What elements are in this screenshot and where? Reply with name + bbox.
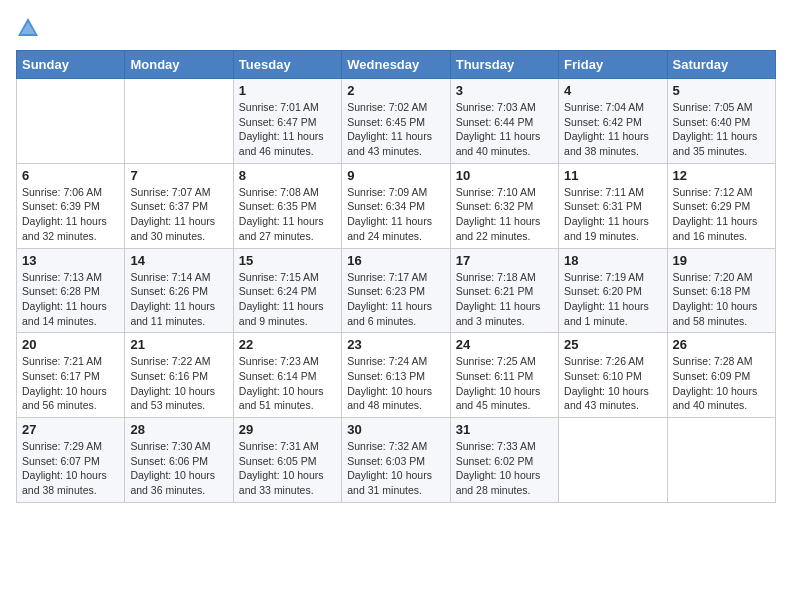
day-number: 30 [347, 422, 444, 437]
day-info: Sunrise: 7:30 AM Sunset: 6:06 PM Dayligh… [130, 439, 227, 498]
header-sunday: Sunday [17, 51, 125, 79]
calendar-week-row: 13Sunrise: 7:13 AM Sunset: 6:28 PM Dayli… [17, 248, 776, 333]
day-number: 28 [130, 422, 227, 437]
header-saturday: Saturday [667, 51, 775, 79]
logo [16, 16, 42, 40]
day-info: Sunrise: 7:29 AM Sunset: 6:07 PM Dayligh… [22, 439, 119, 498]
day-info: Sunrise: 7:28 AM Sunset: 6:09 PM Dayligh… [673, 354, 770, 413]
day-number: 20 [22, 337, 119, 352]
day-number: 5 [673, 83, 770, 98]
day-number: 4 [564, 83, 661, 98]
day-number: 10 [456, 168, 553, 183]
day-number: 3 [456, 83, 553, 98]
day-number: 18 [564, 253, 661, 268]
day-info: Sunrise: 7:21 AM Sunset: 6:17 PM Dayligh… [22, 354, 119, 413]
day-info: Sunrise: 7:20 AM Sunset: 6:18 PM Dayligh… [673, 270, 770, 329]
page-header [16, 16, 776, 40]
day-number: 31 [456, 422, 553, 437]
calendar-cell: 24Sunrise: 7:25 AM Sunset: 6:11 PM Dayli… [450, 333, 558, 418]
day-info: Sunrise: 7:01 AM Sunset: 6:47 PM Dayligh… [239, 100, 336, 159]
calendar-cell: 11Sunrise: 7:11 AM Sunset: 6:31 PM Dayli… [559, 163, 667, 248]
calendar-cell: 12Sunrise: 7:12 AM Sunset: 6:29 PM Dayli… [667, 163, 775, 248]
calendar-week-row: 27Sunrise: 7:29 AM Sunset: 6:07 PM Dayli… [17, 418, 776, 503]
day-number: 14 [130, 253, 227, 268]
day-info: Sunrise: 7:11 AM Sunset: 6:31 PM Dayligh… [564, 185, 661, 244]
day-number: 15 [239, 253, 336, 268]
day-number: 19 [673, 253, 770, 268]
header-tuesday: Tuesday [233, 51, 341, 79]
calendar-cell: 10Sunrise: 7:10 AM Sunset: 6:32 PM Dayli… [450, 163, 558, 248]
calendar-cell: 4Sunrise: 7:04 AM Sunset: 6:42 PM Daylig… [559, 79, 667, 164]
day-number: 16 [347, 253, 444, 268]
day-number: 6 [22, 168, 119, 183]
day-number: 11 [564, 168, 661, 183]
day-number: 9 [347, 168, 444, 183]
day-info: Sunrise: 7:26 AM Sunset: 6:10 PM Dayligh… [564, 354, 661, 413]
day-info: Sunrise: 7:05 AM Sunset: 6:40 PM Dayligh… [673, 100, 770, 159]
logo-icon [16, 16, 40, 40]
calendar-cell: 22Sunrise: 7:23 AM Sunset: 6:14 PM Dayli… [233, 333, 341, 418]
calendar-cell: 7Sunrise: 7:07 AM Sunset: 6:37 PM Daylig… [125, 163, 233, 248]
day-info: Sunrise: 7:14 AM Sunset: 6:26 PM Dayligh… [130, 270, 227, 329]
day-number: 1 [239, 83, 336, 98]
calendar-cell: 15Sunrise: 7:15 AM Sunset: 6:24 PM Dayli… [233, 248, 341, 333]
day-info: Sunrise: 7:25 AM Sunset: 6:11 PM Dayligh… [456, 354, 553, 413]
calendar-cell [125, 79, 233, 164]
calendar-cell: 13Sunrise: 7:13 AM Sunset: 6:28 PM Dayli… [17, 248, 125, 333]
day-info: Sunrise: 7:31 AM Sunset: 6:05 PM Dayligh… [239, 439, 336, 498]
day-number: 2 [347, 83, 444, 98]
day-number: 21 [130, 337, 227, 352]
calendar-cell: 29Sunrise: 7:31 AM Sunset: 6:05 PM Dayli… [233, 418, 341, 503]
calendar-cell: 20Sunrise: 7:21 AM Sunset: 6:17 PM Dayli… [17, 333, 125, 418]
day-info: Sunrise: 7:09 AM Sunset: 6:34 PM Dayligh… [347, 185, 444, 244]
calendar-cell [17, 79, 125, 164]
day-info: Sunrise: 7:23 AM Sunset: 6:14 PM Dayligh… [239, 354, 336, 413]
day-info: Sunrise: 7:08 AM Sunset: 6:35 PM Dayligh… [239, 185, 336, 244]
header-friday: Friday [559, 51, 667, 79]
day-number: 12 [673, 168, 770, 183]
calendar-cell: 27Sunrise: 7:29 AM Sunset: 6:07 PM Dayli… [17, 418, 125, 503]
calendar-week-row: 20Sunrise: 7:21 AM Sunset: 6:17 PM Dayli… [17, 333, 776, 418]
calendar-cell: 25Sunrise: 7:26 AM Sunset: 6:10 PM Dayli… [559, 333, 667, 418]
calendar-cell: 16Sunrise: 7:17 AM Sunset: 6:23 PM Dayli… [342, 248, 450, 333]
day-info: Sunrise: 7:15 AM Sunset: 6:24 PM Dayligh… [239, 270, 336, 329]
calendar-header-row: SundayMondayTuesdayWednesdayThursdayFrid… [17, 51, 776, 79]
calendar-cell: 1Sunrise: 7:01 AM Sunset: 6:47 PM Daylig… [233, 79, 341, 164]
day-info: Sunrise: 7:24 AM Sunset: 6:13 PM Dayligh… [347, 354, 444, 413]
calendar-cell: 21Sunrise: 7:22 AM Sunset: 6:16 PM Dayli… [125, 333, 233, 418]
calendar-cell: 26Sunrise: 7:28 AM Sunset: 6:09 PM Dayli… [667, 333, 775, 418]
day-info: Sunrise: 7:19 AM Sunset: 6:20 PM Dayligh… [564, 270, 661, 329]
calendar-week-row: 6Sunrise: 7:06 AM Sunset: 6:39 PM Daylig… [17, 163, 776, 248]
calendar-cell: 18Sunrise: 7:19 AM Sunset: 6:20 PM Dayli… [559, 248, 667, 333]
day-info: Sunrise: 7:32 AM Sunset: 6:03 PM Dayligh… [347, 439, 444, 498]
calendar-cell: 23Sunrise: 7:24 AM Sunset: 6:13 PM Dayli… [342, 333, 450, 418]
calendar-table: SundayMondayTuesdayWednesdayThursdayFrid… [16, 50, 776, 503]
header-wednesday: Wednesday [342, 51, 450, 79]
calendar-cell: 9Sunrise: 7:09 AM Sunset: 6:34 PM Daylig… [342, 163, 450, 248]
calendar-cell [667, 418, 775, 503]
day-info: Sunrise: 7:04 AM Sunset: 6:42 PM Dayligh… [564, 100, 661, 159]
calendar-cell: 3Sunrise: 7:03 AM Sunset: 6:44 PM Daylig… [450, 79, 558, 164]
day-number: 13 [22, 253, 119, 268]
calendar-cell: 31Sunrise: 7:33 AM Sunset: 6:02 PM Dayli… [450, 418, 558, 503]
calendar-cell: 28Sunrise: 7:30 AM Sunset: 6:06 PM Dayli… [125, 418, 233, 503]
calendar-cell: 17Sunrise: 7:18 AM Sunset: 6:21 PM Dayli… [450, 248, 558, 333]
day-info: Sunrise: 7:33 AM Sunset: 6:02 PM Dayligh… [456, 439, 553, 498]
calendar-cell: 5Sunrise: 7:05 AM Sunset: 6:40 PM Daylig… [667, 79, 775, 164]
day-info: Sunrise: 7:03 AM Sunset: 6:44 PM Dayligh… [456, 100, 553, 159]
day-number: 25 [564, 337, 661, 352]
day-number: 26 [673, 337, 770, 352]
calendar-week-row: 1Sunrise: 7:01 AM Sunset: 6:47 PM Daylig… [17, 79, 776, 164]
day-info: Sunrise: 7:12 AM Sunset: 6:29 PM Dayligh… [673, 185, 770, 244]
calendar-cell: 14Sunrise: 7:14 AM Sunset: 6:26 PM Dayli… [125, 248, 233, 333]
day-number: 7 [130, 168, 227, 183]
day-number: 29 [239, 422, 336, 437]
day-info: Sunrise: 7:22 AM Sunset: 6:16 PM Dayligh… [130, 354, 227, 413]
day-info: Sunrise: 7:02 AM Sunset: 6:45 PM Dayligh… [347, 100, 444, 159]
day-info: Sunrise: 7:07 AM Sunset: 6:37 PM Dayligh… [130, 185, 227, 244]
day-number: 8 [239, 168, 336, 183]
header-thursday: Thursday [450, 51, 558, 79]
header-monday: Monday [125, 51, 233, 79]
day-number: 23 [347, 337, 444, 352]
day-number: 17 [456, 253, 553, 268]
